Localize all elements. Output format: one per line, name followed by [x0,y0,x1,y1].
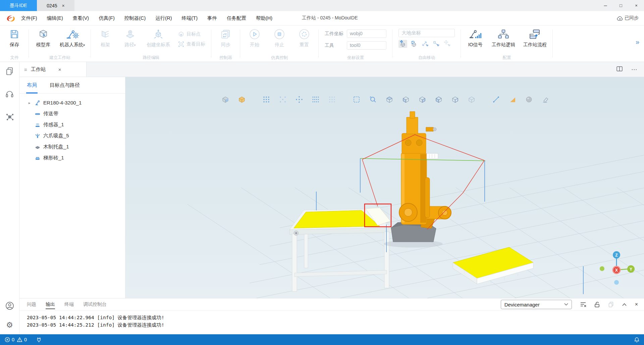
clear-output-icon[interactable] [580,302,586,307]
workstation-tab[interactable]: ≡ 工作站 × [19,62,87,77]
view-left-icon[interactable] [402,96,410,103]
menu-file[interactable]: 文件(F) [21,15,37,21]
tree-item-robot[interactable]: ▸ ER180-4-3200_1 [19,97,125,108]
gizmo-minus-axis-ball[interactable] [600,266,604,271]
tab-layout[interactable]: 布局 [27,77,37,93]
snap-points-icon[interactable] [279,96,286,103]
tab-targets-paths[interactable]: 目标点与路径 [50,77,80,93]
world-coord-select[interactable]: 大地坐标 [398,29,455,37]
reset-button[interactable]: 重置 [296,28,313,48]
panel-expand-icon[interactable] [622,303,627,306]
snap-grid-icon[interactable] [263,96,270,103]
maximize-button[interactable]: □ [613,0,629,11]
output-channel-select[interactable]: Devicemanager [501,300,572,309]
project-files-icon[interactable] [5,67,14,77]
sphere-tool-icon[interactable] [525,96,533,103]
solid-cube-tool-icon[interactable] [222,96,229,103]
view-top-icon[interactable] [386,96,393,103]
close-button[interactable]: × [629,0,644,11]
window-title: 工作站 - 0245 - MoDouIDE [302,15,358,21]
station-flow-button[interactable]: 工作站流程 [523,28,547,48]
marquee-select-icon[interactable] [353,96,360,103]
create-coord-button[interactable]: 创建坐标系 [147,28,170,48]
view-right-icon[interactable] [419,96,426,103]
menu-events[interactable]: 事件 [207,15,217,21]
menu-terminal[interactable]: 终端(T) [182,15,198,21]
yellow-cube-tool-icon[interactable] [238,96,246,103]
gizmo-minus-z-ball[interactable] [614,280,619,285]
snap-light-grid-icon[interactable] [328,96,336,103]
error-counter[interactable]: 0 [5,337,14,342]
menu-view[interactable]: 查看(V) [73,15,89,21]
tool-input[interactable]: tool0 [347,41,386,50]
connection-plug-icon[interactable] [37,337,41,343]
target-point-button[interactable]: 目标点 [178,31,205,37]
tab-output[interactable]: 输出 [46,298,55,310]
app-tab[interactable]: 墨斗IDE [0,0,37,11]
support-headset-icon[interactable] [5,89,14,99]
rotate-tool-button[interactable] [410,40,418,48]
robot-system-button[interactable]: 机器人系统▾ [60,28,85,48]
ribbon-overflow-button[interactable]: » [636,25,644,62]
device-network-icon[interactable] [5,112,14,123]
frame-button[interactable]: 框架 [97,28,114,48]
view-back-icon[interactable] [451,96,459,103]
zoom-region-icon[interactable] [369,96,377,103]
path-button[interactable]: 路径▾ [122,28,139,48]
sync-label: 同步 [221,42,230,48]
tab-terminal[interactable]: 终端 [64,298,74,310]
model-library-button[interactable]: 模型库 [35,28,52,48]
robot-arm-object[interactable] [399,112,451,228]
view-front-icon[interactable] [435,96,442,103]
menu-run[interactable]: 运行(R) [155,15,172,21]
panel-close-icon[interactable]: × [635,301,638,307]
free-drag-tool-button[interactable] [443,40,451,48]
copy-output-icon[interactable] [608,301,614,307]
tree-item-pallet[interactable]: 木制托盘_1 [19,141,125,152]
menu-task-config[interactable]: 任务配置 [227,15,246,21]
view-target-button[interactable]: 查看目标 [178,41,205,47]
node-edit-tool-button[interactable] [432,40,440,48]
save-button[interactable]: 保存 [6,28,23,48]
user-account-icon[interactable] [5,301,14,311]
angle-measure-icon[interactable] [509,96,516,103]
io-signal-button[interactable]: IO信号 [467,28,484,48]
workstation-tab-close-icon[interactable]: × [58,67,61,72]
scale-tool-button[interactable] [421,40,429,48]
tree-item-sensor[interactable]: 传感器_1 [19,119,125,130]
document-tab[interactable]: 0245 × [37,0,74,11]
wobj-input[interactable]: wobj0 [347,29,386,38]
tree-item-conveyor[interactable]: 传送带 [19,108,125,119]
warning-counter[interactable]: 0 [17,337,27,342]
measure-line-icon[interactable] [492,96,500,103]
view-iso-icon[interactable] [468,96,475,103]
split-view-icon[interactable] [616,66,623,72]
tab-close-icon[interactable]: × [62,3,64,8]
view-gizmo[interactable]: Z Y X [600,251,635,285]
settings-gear-icon[interactable]: ⚙ [6,321,13,329]
stop-button[interactable]: 停止 [271,28,288,48]
expand-arrow-icon[interactable]: ▸ [29,100,31,105]
tree-item-brick[interactable]: 梯形砖_1 [19,152,125,163]
sync-button[interactable]: 同步 [217,28,234,48]
sync-status[interactable]: 已同步 [617,15,639,21]
tab-problems[interactable]: 问题 [27,298,36,310]
3d-viewport[interactable]: Z Y X [125,77,644,298]
menu-edit[interactable]: 编辑(E) [47,15,63,21]
minimize-button[interactable]: ─ [598,0,613,11]
eraser-tool-icon[interactable] [542,96,549,103]
snap-dense-grid-icon[interactable] [312,96,319,103]
snap-diamond-icon[interactable] [296,96,303,103]
menu-help[interactable]: 帮助(H) [256,15,272,21]
menu-simulation[interactable]: 仿真(F) [99,15,115,21]
tab-debug-console[interactable]: 调试控制台 [83,298,107,310]
start-button[interactable]: 开始 [246,28,263,48]
more-actions-icon[interactable]: ⋯ [631,66,637,73]
station-logic-button[interactable]: 工作站逻辑 [492,28,515,48]
unlock-scroll-icon[interactable] [594,301,600,307]
tree-item-gripper[interactable]: 六爪吸盘_5 [19,130,125,141]
move-tool-button[interactable] [398,40,407,48]
pallet-object[interactable] [453,247,533,284]
menu-controller[interactable]: 控制器(C) [124,15,146,21]
notifications-bell-icon[interactable] [634,337,639,343]
